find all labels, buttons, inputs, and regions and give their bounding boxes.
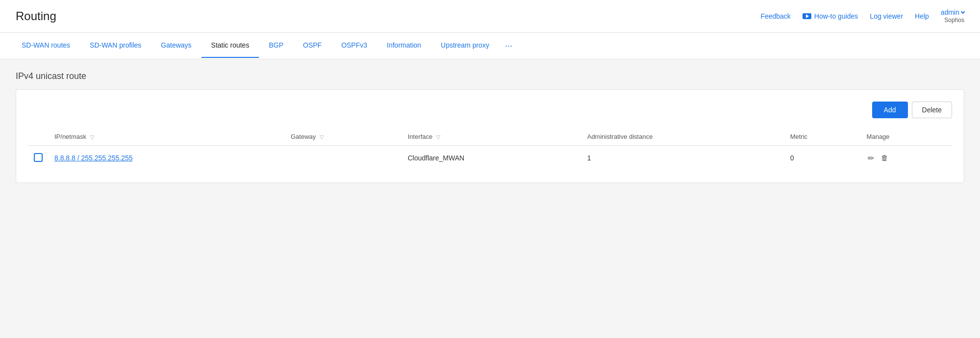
header: Routing Feedback How-to guides Log viewe… bbox=[0, 0, 980, 33]
header-navigation: Feedback How-to guides Log viewer Help a… bbox=[760, 8, 964, 25]
col-gateway: Gateway ▽ bbox=[285, 128, 402, 146]
help-link[interactable]: Help bbox=[915, 12, 929, 20]
ip-filter-icon[interactable]: ▽ bbox=[90, 134, 94, 140]
video-icon bbox=[803, 13, 811, 19]
ip-netmask-link[interactable]: 8.8.8.8 / 255.255.255.255 bbox=[54, 154, 133, 162]
interface-filter-icon[interactable]: ▽ bbox=[436, 134, 440, 140]
col-metric: Metric bbox=[784, 128, 861, 146]
tabs-bar: SD-WAN routes SD-WAN profiles Gateways S… bbox=[0, 33, 980, 59]
tab-ospfv3[interactable]: OSPFv3 bbox=[331, 33, 377, 58]
more-tabs-button[interactable]: ··· bbox=[501, 33, 516, 59]
main-content: IPv4 unicast route Add Delete IP/netmask… bbox=[0, 59, 980, 195]
admin-section: admin Sophos bbox=[941, 8, 964, 25]
row-metric: 0 bbox=[784, 145, 861, 171]
col-interface: Interface ▽ bbox=[402, 128, 581, 146]
col-admin-distance: Administrative distance bbox=[581, 128, 784, 146]
row-ip-netmask: 8.8.8.8 / 255.255.255.255 bbox=[49, 145, 285, 171]
manage-icons bbox=[867, 153, 946, 164]
add-button[interactable]: Add bbox=[872, 102, 908, 118]
tab-static-routes[interactable]: Static routes bbox=[201, 33, 259, 58]
table-header-row: IP/netmask ▽ Gateway ▽ Interface ▽ Admin… bbox=[28, 128, 952, 146]
routes-table: IP/netmask ▽ Gateway ▽ Interface ▽ Admin… bbox=[28, 128, 952, 171]
chevron-down-icon bbox=[961, 10, 965, 14]
gateway-filter-icon[interactable]: ▽ bbox=[320, 134, 324, 140]
how-to-guides-link[interactable]: How-to guides bbox=[803, 12, 858, 20]
col-ip-netmask: IP/netmask ▽ bbox=[49, 128, 285, 146]
tab-sd-wan-routes[interactable]: SD-WAN routes bbox=[12, 33, 80, 58]
table-toolbar: Add Delete bbox=[28, 102, 952, 118]
page-title: Routing bbox=[16, 9, 56, 23]
feedback-link[interactable]: Feedback bbox=[760, 12, 790, 20]
delete-row-button[interactable] bbox=[880, 153, 889, 163]
tab-bgp[interactable]: BGP bbox=[259, 33, 293, 58]
row-gateway bbox=[285, 145, 402, 171]
table-row: 8.8.8.8 / 255.255.255.255 Cloudflare_MWA… bbox=[28, 145, 952, 171]
tab-gateways[interactable]: Gateways bbox=[151, 33, 201, 58]
log-viewer-link[interactable]: Log viewer bbox=[870, 12, 903, 20]
row-manage bbox=[861, 145, 952, 171]
tab-ospf[interactable]: OSPF bbox=[293, 33, 331, 58]
edit-button[interactable] bbox=[867, 153, 875, 164]
section-title: IPv4 unicast route bbox=[16, 71, 964, 81]
admin-menu[interactable]: admin bbox=[941, 8, 964, 17]
col-manage: Manage bbox=[861, 128, 952, 146]
row-interface: Cloudflare_MWAN bbox=[402, 145, 581, 171]
tab-sd-wan-profiles[interactable]: SD-WAN profiles bbox=[80, 33, 151, 58]
row-checkbox[interactable] bbox=[34, 153, 43, 162]
tab-upstream-proxy[interactable]: Upstream proxy bbox=[431, 33, 499, 58]
table-card: Add Delete IP/netmask ▽ Gateway ▽ Interf… bbox=[16, 89, 964, 183]
row-checkbox-cell bbox=[28, 145, 49, 171]
row-admin-distance: 1 bbox=[581, 145, 784, 171]
delete-button[interactable]: Delete bbox=[912, 102, 952, 118]
tab-information[interactable]: Information bbox=[377, 33, 431, 58]
col-checkbox bbox=[28, 128, 49, 146]
